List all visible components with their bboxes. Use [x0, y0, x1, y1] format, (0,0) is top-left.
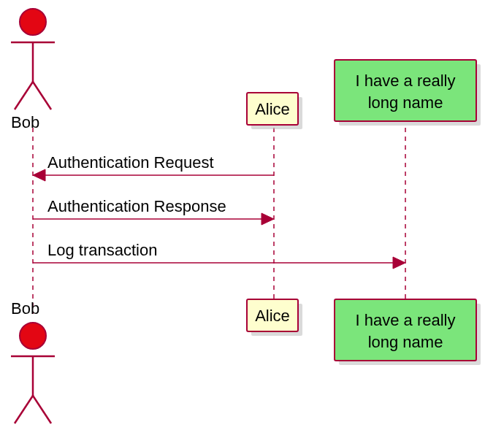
message-auth-request-label: Authentication Request	[47, 153, 214, 172]
participant-bob-label: Bob	[11, 113, 39, 131]
arrowhead-icon	[33, 169, 45, 181]
svg-line-2	[15, 82, 33, 110]
actor-head-icon	[20, 323, 46, 349]
message-auth-request: Authentication Request	[33, 153, 274, 181]
actor-head-icon	[20, 9, 46, 35]
participant-long-label-line1: I have a really	[356, 72, 456, 90]
participant-alice-label: Alice	[255, 100, 290, 118]
svg-line-14	[33, 396, 51, 423]
svg-rect-18	[335, 299, 476, 361]
svg-rect-7	[335, 60, 476, 121]
participant-long-label-bottom-line1: I have a really	[356, 311, 456, 329]
participant-alice-bottom: Alice	[247, 299, 302, 336]
arrowhead-icon	[261, 213, 274, 225]
participant-alice-top: Alice	[247, 93, 302, 129]
participant-alice-label-bottom: Alice	[255, 307, 290, 325]
message-log-transaction-label: Log transaction	[47, 241, 157, 259]
participant-bob-top: Bob	[11, 9, 55, 131]
participant-bob-label-bottom: Bob	[11, 299, 39, 318]
message-auth-response-label: Authentication Response	[47, 197, 226, 215]
message-log-transaction: Log transaction	[33, 241, 405, 269]
participant-long-bottom: I have a really long name	[335, 299, 481, 365]
participant-long-top: I have a really long name	[335, 60, 481, 126]
message-auth-response: Authentication Response	[33, 197, 274, 225]
participant-long-label-line2: long name	[368, 93, 443, 112]
participant-bob-bottom: Bob	[11, 299, 55, 423]
sequence-diagram: Bob Alice I have a really long name Auth…	[0, 0, 504, 438]
svg-line-3	[33, 82, 51, 110]
participant-long-label-bottom-line2: long name	[368, 333, 443, 351]
arrowhead-icon	[393, 257, 405, 269]
svg-line-13	[15, 396, 33, 423]
